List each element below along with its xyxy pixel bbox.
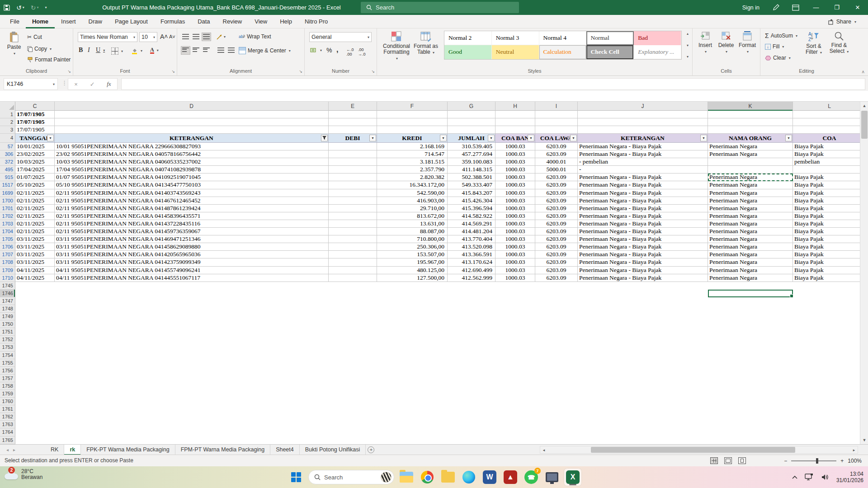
cell-K1710[interactable]: Penerimaan Negara (708, 274, 793, 282)
cell-E1710[interactable] (329, 274, 377, 282)
cell-H1710[interactable]: 1000.03 (495, 274, 535, 282)
cell-I1702[interactable]: 6203.09 (535, 212, 578, 220)
ribbon-tab-page-layout[interactable]: Page Layout (108, 15, 154, 28)
table-header-coa-ban[interactable]: COA BAN▼ (495, 134, 535, 143)
cell-J1709[interactable]: Penerimaan Negara - Biaya Pajak (578, 267, 708, 274)
cancel-icon[interactable]: × (74, 81, 78, 88)
cell-G1709[interactable]: 412.690.499 (448, 267, 495, 274)
row-header-1752[interactable]: 1752 (0, 336, 15, 343)
row-header-1702[interactable]: 1702 (0, 212, 15, 220)
column-header-E[interactable]: E (329, 102, 377, 111)
number-format-combo[interactable]: General▾ (309, 32, 372, 42)
ribbon-tab-draw[interactable]: Draw (82, 15, 108, 28)
cell-E372[interactable] (329, 158, 377, 166)
cell-E1708[interactable] (329, 258, 377, 266)
tray-chevron-icon[interactable] (792, 475, 797, 479)
cell-K1706[interactable]: Penerimaan Negara (708, 243, 793, 251)
cell-E1706[interactable] (329, 243, 377, 251)
cell-G495[interactable]: 411.148.315 (448, 166, 495, 174)
cell-C1700[interactable]: 02/11/2025 (15, 197, 55, 205)
styles-gallery-scroll[interactable]: ▴▾▾ (684, 31, 691, 60)
cell-H1703[interactable]: 1000.03 (495, 220, 535, 228)
cell-K3[interactable] (708, 126, 793, 134)
cell-I495[interactable]: 5000.01 (535, 166, 578, 174)
sheet-nav-right-icon[interactable]: ▸ (13, 447, 15, 452)
cell-L1517[interactable]: Biaya Pajak (793, 181, 866, 189)
font-dialog-launcher[interactable]: ↘ (171, 69, 175, 74)
cell-G1[interactable] (448, 111, 495, 118)
speaker-icon[interactable] (821, 474, 829, 481)
cell-H915[interactable]: 1000.03 (495, 174, 535, 181)
cell-H3[interactable] (495, 126, 535, 134)
cell-E1704[interactable] (329, 228, 377, 235)
column-header-I[interactable]: I (535, 102, 578, 111)
find-select-button[interactable]: Find &Select ▾ (827, 31, 851, 55)
cell-I1704[interactable]: 6203.09 (535, 228, 578, 235)
cell-D1703[interactable]: 02/11 95051PENERIMAAN NEGARA 04143722843… (55, 220, 329, 228)
row-header-1708[interactable]: 1708 (0, 258, 15, 266)
table-header-keterangan[interactable]: KETERANGAN▼ (578, 134, 708, 143)
fill-color-button[interactable]: ▾ (131, 47, 142, 54)
cell-F1705[interactable]: 710.800,00 (377, 235, 448, 243)
cell-J1708[interactable]: Penerimaan Negara - Biaya Pajak (578, 258, 708, 266)
row-header-1[interactable]: 1 (0, 111, 15, 118)
cell-K1705[interactable]: Penerimaan Negara (708, 235, 793, 243)
cell-C1699[interactable]: 02/11/2025 (15, 189, 55, 197)
filter-dropdown-icon[interactable]: ▼ (369, 135, 376, 141)
cell-I915[interactable]: 6203.09 (535, 174, 578, 181)
row-header-1763[interactable]: 1763 (0, 421, 15, 428)
cell-C1[interactable]: 17/07/1905 (15, 111, 55, 118)
paste-button[interactable]: Paste▾ (3, 31, 25, 56)
italic-button[interactable]: I (88, 47, 90, 54)
row-header-915[interactable]: 915 (0, 174, 15, 181)
cell-F1710[interactable]: 127.500,00 (377, 274, 448, 282)
zoom-level[interactable]: 100% (848, 458, 862, 464)
cell-C3[interactable]: 17/07/1905 (15, 126, 55, 134)
cell-F1[interactable] (377, 111, 448, 118)
font-size-combo[interactable]: 10▾ (139, 32, 157, 42)
cell-J1704[interactable]: Penerimaan Negara - Biaya Pajak (578, 228, 708, 235)
page-layout-view-button[interactable] (724, 457, 732, 464)
cell-J1706[interactable]: Penerimaan Negara - Biaya Pajak (578, 243, 708, 251)
cell-J1700[interactable]: Penerimaan Negara - Biaya Pajak (578, 197, 708, 205)
chrome-icon[interactable] (419, 469, 436, 486)
cell-G1517[interactable]: 549.333.407 (448, 181, 495, 189)
cell-D1701[interactable]: 02/11 95051PENERIMAAN NEGARA 04148786123… (55, 205, 329, 212)
filter-dropdown-icon[interactable]: ▼ (528, 135, 534, 141)
cell-E1702[interactable] (329, 212, 377, 220)
monitor-icon[interactable] (543, 469, 561, 486)
cell-E1699[interactable] (329, 189, 377, 197)
cell-L1708[interactable]: Biaya Pajak (793, 258, 866, 266)
decrease-decimal-button[interactable]: .00→.0 (358, 47, 366, 56)
row-header-1699[interactable]: 1699 (0, 189, 15, 197)
cell-J1705[interactable]: Penerimaan Negara - Biaya Pajak (578, 235, 708, 243)
style-expl[interactable]: Explanatory ... (634, 45, 681, 59)
cell-G2[interactable] (448, 118, 495, 126)
cell-I1706[interactable]: 6203.09 (535, 243, 578, 251)
row-header-1710[interactable]: 1710 (0, 274, 15, 282)
normal-view-button[interactable] (710, 457, 718, 464)
file-explorer-icon[interactable] (398, 469, 415, 486)
row-header-1707[interactable]: 1707 (0, 251, 15, 258)
row-header-1749[interactable]: 1749 (0, 313, 15, 320)
cell-L372[interactable]: pembelian (793, 158, 866, 166)
row-header-1746[interactable]: 1746 (0, 290, 15, 297)
bold-button[interactable]: B (79, 47, 83, 54)
cell-L495[interactable] (793, 166, 866, 174)
row-header-1753[interactable]: 1753 (0, 343, 15, 351)
cell-E1[interactable] (329, 111, 377, 118)
cell-D3[interactable] (55, 126, 329, 134)
cell-G1702[interactable]: 414.582.922 (448, 212, 495, 220)
sheet-nav-left-icon[interactable]: ◂ (6, 447, 9, 452)
row-header-372[interactable]: 372 (0, 158, 15, 166)
cell-H306[interactable]: 1000.03 (495, 150, 535, 158)
cell-D495[interactable]: 17/04 95051PENERIMAAN NEGARA 04074108293… (55, 166, 329, 174)
cell-L1703[interactable]: Biaya Pajak (793, 220, 866, 228)
cell-K1707[interactable]: Penerimaan Negara (708, 251, 793, 258)
cell-E1703[interactable] (329, 220, 377, 228)
undo-button[interactable]: ↺▾ (16, 4, 24, 11)
cell-J915[interactable]: Penerimaan Negara - Biaya Pajak (578, 174, 708, 181)
cell-K1701[interactable]: Penerimaan Negara (708, 205, 793, 212)
cell-J1701[interactable]: Penerimaan Negara - Biaya Pajak (578, 205, 708, 212)
cell-K1708[interactable]: Penerimaan Negara (708, 258, 793, 266)
